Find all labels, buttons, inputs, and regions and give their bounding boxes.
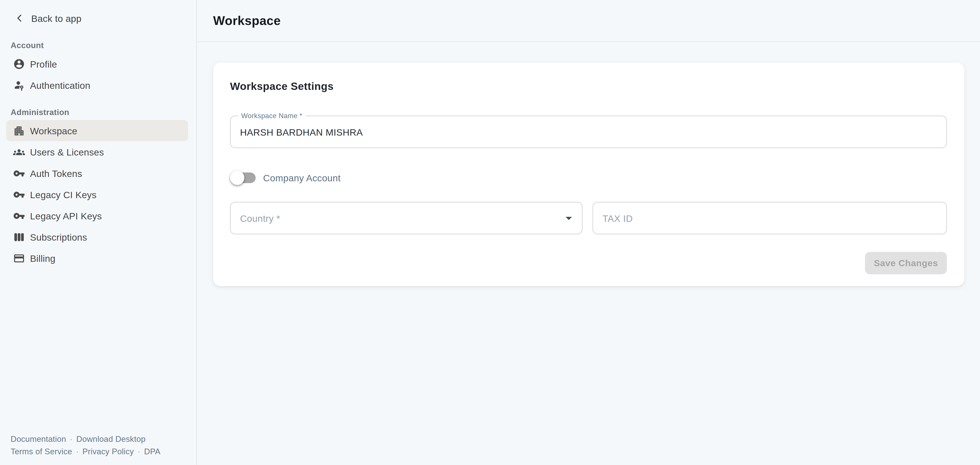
- sidebar-item-label: Workspace: [30, 125, 77, 136]
- chevron-down-icon: [561, 211, 576, 226]
- sidebar-item-label: Legacy API Keys: [30, 210, 102, 221]
- footer-link-dpa[interactable]: DPA: [144, 446, 161, 456]
- app-root: Back to app Account Profile Authenticati…: [0, 0, 980, 465]
- footer-separator: ·: [138, 446, 140, 456]
- back-to-app-button[interactable]: Back to app: [13, 10, 196, 26]
- columns-icon: [13, 231, 25, 243]
- toggle-thumb: [230, 170, 244, 185]
- sidebar-item-legacy-api-keys[interactable]: Legacy API Keys: [6, 205, 188, 226]
- chevron-left-icon: [13, 12, 25, 24]
- footer-row-1: Documentation·Download Desktop: [11, 433, 161, 445]
- workspace-settings-card: Workspace Settings Workspace Name * Comp…: [213, 62, 964, 286]
- company-account-toggle[interactable]: [230, 170, 256, 185]
- section-title-administration: Administration: [11, 107, 186, 118]
- footer-row-2: Terms of Service·Privacy Policy·DPA: [11, 445, 161, 457]
- workspace-name-field: Workspace Name *: [230, 116, 947, 148]
- sidebar-item-label: Auth Tokens: [30, 168, 82, 178]
- sidebar-item-label: Authentication: [30, 80, 90, 90]
- sidebar-item-label: Billing: [30, 253, 55, 264]
- key-icon: [13, 209, 25, 222]
- sidebar-item-auth-tokens[interactable]: Auth Tokens: [6, 162, 188, 184]
- sidebar-item-label: Users & Licenses: [30, 147, 104, 157]
- workspace-name-label: Workspace Name *: [238, 112, 305, 120]
- key-icon: [13, 167, 25, 179]
- back-to-app-label: Back to app: [31, 13, 81, 24]
- country-select[interactable]: Country *: [230, 202, 582, 234]
- workspace-name-input[interactable]: [231, 116, 946, 147]
- footer-link-privacy-policy[interactable]: Privacy Policy: [83, 446, 134, 456]
- company-account-label: Company Account: [263, 172, 340, 183]
- main-content: Workspace Workspace Settings Workspace N…: [197, 0, 980, 465]
- sidebar-item-profile[interactable]: Profile: [6, 53, 188, 74]
- sidebar-item-label: Subscriptions: [30, 232, 87, 242]
- sidebar-footer: Documentation·Download Desktop Terms of …: [11, 433, 161, 457]
- sidebar-item-workspace[interactable]: Workspace: [6, 120, 188, 141]
- sidebar-item-label: Legacy CI Keys: [30, 189, 97, 200]
- sidebar-item-label: Profile: [30, 58, 57, 69]
- person-key-icon: [13, 79, 25, 91]
- person-circle-icon: [13, 57, 25, 70]
- tax-id-field: [593, 202, 947, 234]
- footer-link-documentation[interactable]: Documentation: [11, 435, 66, 444]
- sidebar-item-billing[interactable]: Billing: [6, 247, 188, 269]
- sidebar-item-authentication[interactable]: Authentication: [6, 74, 188, 96]
- save-changes-button[interactable]: Save Changes: [865, 252, 947, 274]
- people-group-icon: [13, 146, 25, 158]
- sidebar-item-subscriptions[interactable]: Subscriptions: [6, 226, 188, 247]
- footer-separator: ·: [76, 446, 79, 456]
- footer-link-terms-of-service[interactable]: Terms of Service: [11, 446, 72, 456]
- credit-card-icon: [13, 252, 25, 264]
- page-header: Workspace: [197, 0, 980, 42]
- sidebar-item-users-licenses[interactable]: Users & Licenses: [6, 141, 188, 162]
- country-select-label: Country *: [231, 213, 280, 223]
- sidebar-item-legacy-ci-keys[interactable]: Legacy CI Keys: [6, 184, 188, 205]
- footer-link-download-desktop[interactable]: Download Desktop: [76, 435, 145, 444]
- page-title: Workspace: [213, 13, 281, 28]
- tax-id-input[interactable]: [593, 202, 946, 234]
- building-icon: [13, 124, 25, 137]
- settings-sidebar: Back to app Account Profile Authenticati…: [0, 0, 197, 465]
- footer-separator: ·: [70, 435, 73, 444]
- card-title: Workspace Settings: [230, 81, 334, 93]
- section-title-account: Account: [11, 40, 186, 51]
- company-account-row: Company Account: [230, 170, 340, 185]
- key-icon: [13, 188, 25, 201]
